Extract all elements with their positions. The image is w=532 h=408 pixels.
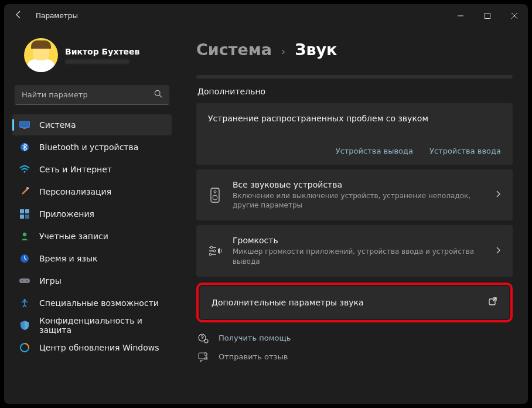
update-icon	[19, 342, 30, 353]
link-label: Получить помощь	[219, 334, 291, 342]
person-icon	[19, 231, 30, 242]
svg-rect-9	[20, 215, 24, 219]
nav-label: Специальные возможности	[39, 298, 159, 308]
titlebar: Параметры	[4, 4, 528, 28]
nav-item-accounts[interactable]: Учетные записи	[12, 226, 172, 247]
open-external-icon	[488, 297, 497, 308]
nav-item-gaming[interactable]: Игры	[12, 270, 172, 291]
card-advanced-sound-settings[interactable]: Дополнительные параметры звука	[200, 286, 509, 319]
svg-point-11	[23, 233, 26, 236]
nav-label: Сеть и Интернет	[39, 165, 112, 174]
nav-label: Игры	[39, 276, 62, 285]
breadcrumb-current: Звук	[295, 40, 337, 59]
svg-point-20	[214, 191, 216, 193]
svg-rect-10	[25, 215, 29, 219]
svg-point-1	[155, 90, 160, 96]
svg-rect-13	[19, 278, 30, 283]
link-output-devices[interactable]: Устройства вывода	[336, 147, 413, 155]
nav-item-system[interactable]: Система	[12, 114, 172, 135]
card-title: Все звуковые устройства	[233, 180, 485, 189]
chevron-right-icon: ›	[281, 45, 285, 57]
card-subtitle: Включение или выключение устройств, устр…	[233, 191, 485, 210]
link-input-devices[interactable]: Устройства ввода	[429, 147, 501, 155]
speaker-icon	[208, 188, 222, 203]
nav-list: Система Bluetooth и устройства Сеть и Ин…	[12, 114, 172, 358]
avatar	[24, 38, 58, 72]
nav-label: Персонализация	[39, 187, 111, 196]
svg-point-22	[210, 246, 213, 249]
svg-rect-28	[199, 353, 207, 359]
nav-item-privacy[interactable]: Конфиденциальность и защита	[12, 315, 172, 336]
svg-rect-2	[20, 121, 30, 128]
link-get-help[interactable]: Получить помощь	[197, 333, 513, 344]
nav-item-bluetooth[interactable]: Bluetooth и устройства	[12, 137, 172, 158]
search-box[interactable]	[15, 85, 169, 105]
breadcrumb: Система › Звук	[196, 40, 513, 59]
user-email-blurred	[65, 59, 129, 64]
chevron-right-icon	[495, 246, 501, 257]
apps-icon	[19, 209, 30, 219]
nav-item-personalization[interactable]: Персонализация	[12, 181, 172, 202]
highlighted-item: Дополнительные параметры звука	[196, 283, 513, 322]
svg-rect-0	[485, 13, 490, 19]
nav-item-accessibility[interactable]: Специальные возможности	[12, 293, 172, 314]
card-all-sound-devices[interactable]: Все звуковые устройства Включение или вы…	[196, 169, 513, 220]
maximize-button[interactable]	[474, 4, 501, 28]
settings-window: Параметры Виктор Бухтеев	[4, 4, 528, 404]
nav-item-time-language[interactable]: Время и язык	[12, 248, 172, 269]
link-send-feedback[interactable]: Отправить отзыв	[197, 352, 513, 362]
card-title: Дополнительные параметры звука	[212, 298, 478, 307]
close-button[interactable]	[501, 4, 528, 28]
bluetooth-icon	[19, 142, 30, 152]
nav-item-apps[interactable]: Приложения	[12, 203, 172, 225]
clock-globe-icon	[19, 253, 30, 264]
search-input[interactable]	[22, 90, 154, 99]
nav-label: Конфиденциальность и защита	[39, 316, 165, 335]
wifi-icon	[19, 164, 30, 175]
accessibility-icon	[19, 298, 30, 308]
svg-rect-3	[23, 128, 26, 129]
link-label: Отправить отзыв	[219, 352, 288, 361]
section-label-additional: Дополнительно	[197, 87, 513, 96]
svg-point-5	[24, 171, 26, 173]
back-button[interactable]	[13, 10, 24, 22]
svg-point-21	[213, 195, 217, 200]
nav-label: Время и язык	[39, 254, 97, 263]
sidebar: Виктор Бухтеев Система Bluetooth и устро…	[4, 28, 180, 404]
nav-label: Приложения	[39, 209, 94, 219]
breadcrumb-parent[interactable]: Система	[196, 40, 272, 59]
brush-icon	[19, 186, 30, 197]
content-area: Система › Звук Дополнительно Устранение …	[180, 28, 528, 404]
nav-item-network[interactable]: Сеть и Интернет	[12, 159, 172, 180]
nav-label: Система	[39, 120, 76, 130]
svg-point-24	[209, 253, 212, 256]
help-chat-icon	[197, 333, 209, 344]
user-name: Виктор Бухтеев	[65, 47, 139, 56]
svg-point-14	[22, 280, 23, 281]
svg-point-15	[26, 280, 28, 281]
svg-point-27	[204, 339, 208, 343]
display-icon	[19, 120, 30, 130]
nav-label: Учетные записи	[39, 232, 108, 241]
svg-point-23	[213, 250, 216, 252]
feedback-icon	[197, 352, 209, 362]
footer-links: Получить помощь Отправить отзыв	[196, 333, 513, 362]
nav-item-windows-update[interactable]: Центр обновления Windows	[12, 337, 172, 358]
user-block[interactable]: Виктор Бухтеев	[12, 28, 172, 85]
search-icon	[154, 90, 162, 100]
card-volume-mixer[interactable]: Громкость Микшер громкости приложений, у…	[196, 225, 513, 276]
svg-rect-7	[20, 209, 24, 213]
nav-label: Bluetooth и устройства	[39, 142, 138, 152]
card-subtitle: Микшер громкости приложений, устройства …	[233, 247, 485, 266]
svg-rect-8	[25, 209, 29, 213]
card-title: Громкость	[233, 236, 485, 245]
minimize-button[interactable]	[447, 4, 474, 28]
nav-label: Центр обновления Windows	[39, 343, 159, 352]
scroll-edge-indicator	[196, 75, 513, 79]
mixer-icon	[208, 245, 222, 257]
troubleshoot-title: Устранение распространенных проблем со з…	[208, 114, 428, 123]
chevron-right-icon	[495, 189, 501, 200]
gamepad-icon	[19, 276, 30, 286]
svg-point-16	[23, 299, 26, 301]
card-troubleshoot-sound: Устранение распространенных проблем со з…	[196, 103, 513, 165]
